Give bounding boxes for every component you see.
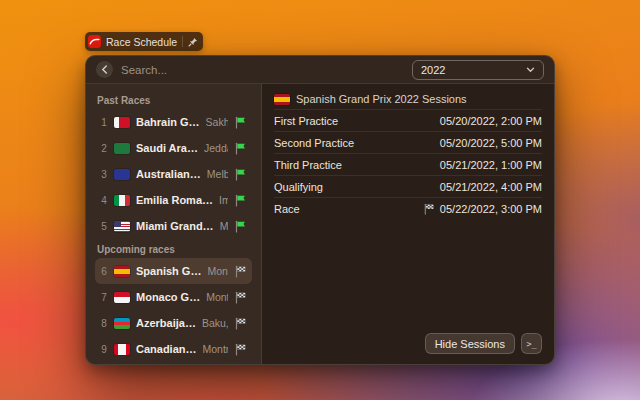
race-location: Monte-Carl… — [206, 291, 228, 303]
green-flag-icon — [234, 220, 247, 233]
section-header: Upcoming races — [97, 244, 250, 255]
terminal-shortcut-button[interactable]: >_ — [521, 333, 542, 354]
race-schedule-window: 2022 Past Races1Bahrain G…Sakhir, Bahr…2… — [85, 55, 555, 365]
green-flag-icon — [234, 116, 247, 129]
session-row[interactable]: Third Practice05/21/2022, 1:00 PM — [274, 153, 542, 175]
race-list-item[interactable]: 3Australian…Melbourne,… — [95, 161, 252, 187]
session-datetime-text: 05/20/2022, 2:00 PM — [440, 115, 542, 127]
race-name: Bahrain G… — [136, 116, 200, 128]
session-datetime-text: 05/21/2022, 4:00 PM — [440, 181, 542, 193]
race-name: Canadian… — [136, 343, 197, 355]
race-name: Monaco G… — [136, 291, 200, 303]
session-label: Qualifying — [274, 181, 323, 193]
race-location: Sakhir, Bahr… — [206, 116, 228, 128]
section-header: Past Races — [97, 95, 250, 106]
toolbar: 2022 — [86, 56, 554, 84]
canada-flag-icon — [114, 344, 130, 355]
race-number: 8 — [100, 318, 108, 329]
race-number: 1 — [100, 117, 108, 128]
race-location: Jeddah, Sa… — [204, 142, 228, 154]
race-number: 2 — [100, 143, 108, 154]
race-number: 4 — [100, 195, 108, 206]
sessions-footer: Hide Sessions >_ — [274, 333, 542, 354]
race-list-item[interactable]: 7Monaco G…Monte-Carl… — [95, 284, 252, 310]
desktop-background: { "menubar_pill": { "title": "Race Sched… — [0, 0, 640, 400]
session-row[interactable]: Qualifying05/21/2022, 4:00 PM — [274, 175, 542, 197]
back-button[interactable] — [96, 61, 113, 78]
sessions-panel: Spanish Grand Prix 2022 Sessions First P… — [262, 84, 554, 364]
race-location: Melbourne,… — [207, 168, 228, 180]
session-label: Race — [274, 203, 300, 215]
sessions-panel-title: Spanish Grand Prix 2022 Sessions — [296, 93, 467, 105]
sessions-panel-header: Spanish Grand Prix 2022 Sessions — [274, 89, 542, 109]
race-number: 3 — [100, 169, 108, 180]
australia-flag-icon — [114, 169, 130, 180]
session-label: Third Practice — [274, 159, 342, 171]
hide-sessions-button[interactable]: Hide Sessions — [425, 333, 515, 354]
session-datetime: 05/21/2022, 1:00 PM — [440, 159, 542, 171]
race-number: 6 — [100, 266, 108, 277]
year-dropdown[interactable]: 2022 — [412, 60, 544, 80]
race-name: Spanish G… — [136, 265, 201, 277]
race-number: 5 — [100, 221, 108, 232]
race-name: Australian… — [136, 168, 201, 180]
session-datetime-text: 05/21/2022, 1:00 PM — [440, 159, 542, 171]
session-datetime: 05/20/2022, 5:00 PM — [440, 137, 542, 149]
race-location: Miami, USA — [220, 220, 228, 232]
monaco-flag-icon — [114, 292, 130, 303]
checkered-flag-icon — [423, 203, 435, 215]
chevron-left-icon — [101, 65, 108, 74]
session-row[interactable]: Race05/22/2022, 3:00 PM — [274, 197, 542, 219]
green-flag-icon — [234, 168, 247, 181]
session-row[interactable]: Second Practice05/20/2022, 5:00 PM — [274, 131, 542, 153]
race-list-item[interactable]: 6Spanish G…Montmeló,… — [95, 258, 252, 284]
race-name: Azerbaija… — [136, 317, 196, 329]
menubar-pill[interactable]: Race Schedule — [85, 32, 203, 51]
azerbaijan-flag-icon — [114, 318, 130, 329]
green-flag-icon — [234, 194, 247, 207]
race-name: Saudi Ara… — [136, 142, 198, 154]
session-label: First Practice — [274, 115, 338, 127]
race-name: Miami Grand… — [136, 220, 214, 232]
race-list-item[interactable]: 4Emilia Roma…Imola, Italy — [95, 187, 252, 213]
race-number: 9 — [100, 344, 108, 355]
race-list-item[interactable]: 5Miami Grand…Miami, USA — [95, 213, 252, 239]
italy-flag-icon — [114, 195, 130, 206]
session-datetime-text: 05/20/2022, 5:00 PM — [440, 137, 542, 149]
session-datetime: 05/21/2022, 4:00 PM — [440, 181, 542, 193]
race-name: Emilia Roma… — [136, 194, 213, 206]
usa-flag-icon — [114, 221, 130, 232]
race-list: Past Races1Bahrain G…Sakhir, Bahr…2Saudi… — [86, 84, 262, 364]
sessions-list: First Practice05/20/2022, 2:00 PMSecond … — [274, 109, 542, 219]
race-location: Montreal, C… — [203, 343, 228, 355]
session-datetime: 05/22/2022, 3:00 PM — [423, 203, 542, 215]
race-location: Imola, Italy — [219, 194, 228, 206]
year-dropdown-value: 2022 — [421, 64, 445, 76]
session-datetime-text: 05/22/2022, 3:00 PM — [440, 203, 542, 215]
race-location: Montmeló,… — [207, 265, 228, 277]
checkered-flag-icon — [234, 265, 247, 278]
session-row[interactable]: First Practice05/20/2022, 2:00 PM — [274, 109, 542, 131]
saudi-arabia-flag-icon — [114, 143, 130, 154]
race-list-item[interactable]: 9Canadian…Montreal, C… — [95, 336, 252, 362]
race-number: 7 — [100, 292, 108, 303]
window-body: Past Races1Bahrain G…Sakhir, Bahr…2Saudi… — [86, 84, 554, 364]
checkered-flag-icon — [234, 291, 247, 304]
green-flag-icon — [234, 142, 247, 155]
spain-flag-icon — [114, 266, 130, 277]
race-list-item[interactable]: 2Saudi Ara…Jeddah, Sa… — [95, 135, 252, 161]
session-label: Second Practice — [274, 137, 354, 149]
race-list-item[interactable]: 8Azerbaija…Baku, Azerb… — [95, 310, 252, 336]
search-input[interactable] — [121, 64, 404, 76]
race-list-item[interactable]: 1Bahrain G…Sakhir, Bahr… — [95, 109, 252, 135]
f1-app-icon — [88, 35, 101, 48]
spain-flag-icon — [274, 94, 290, 105]
checkered-flag-icon — [234, 343, 247, 356]
session-datetime: 05/20/2022, 2:00 PM — [440, 115, 542, 127]
menubar-pill-title: Race Schedule — [106, 36, 177, 48]
pill-divider — [182, 36, 183, 47]
bahrain-flag-icon — [114, 117, 130, 128]
chevron-down-icon — [526, 67, 535, 73]
pin-icon[interactable] — [188, 37, 198, 47]
race-location: Baku, Azerb… — [202, 317, 228, 329]
